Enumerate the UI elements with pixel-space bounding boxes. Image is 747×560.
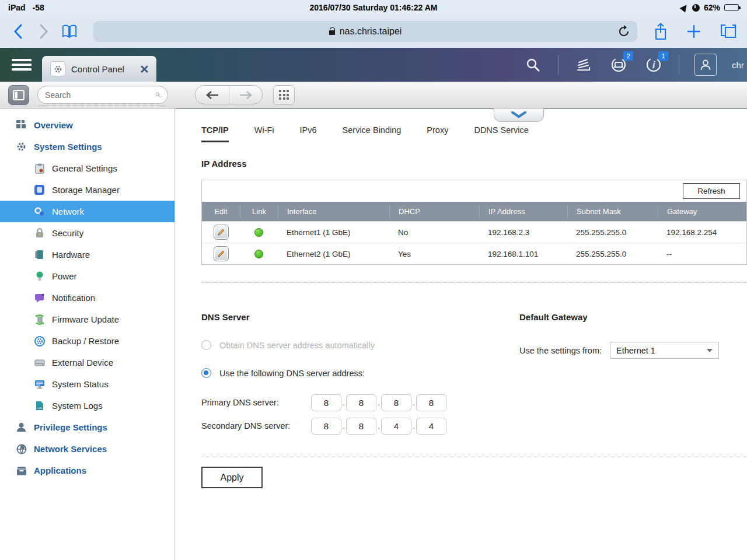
- cell-gateway: --: [658, 250, 746, 258]
- notifications-badge: 2: [623, 51, 633, 61]
- alarm-icon: [692, 4, 700, 12]
- section-divider: [201, 282, 747, 283]
- gateway-source-label: Use the settings from:: [519, 346, 602, 355]
- tab-ddns-service[interactable]: DDNS Service: [474, 122, 528, 142]
- primary-dns-octet-2[interactable]: [346, 394, 376, 411]
- browser-back-button[interactable]: [11, 24, 26, 39]
- battery-icon: [724, 4, 739, 11]
- hardware-icon: [34, 249, 45, 260]
- sidebar-item-applications[interactable]: Applications: [0, 460, 174, 481]
- background-tasks-icon[interactable]: [574, 55, 594, 75]
- sidebar-item-security[interactable]: Security: [0, 222, 174, 244]
- primary-dns-octet-4[interactable]: [416, 394, 446, 411]
- sidebar-item-network-services[interactable]: Network Services: [0, 438, 174, 460]
- secondary-dns-octet-4[interactable]: [416, 418, 446, 435]
- sidebar-item-system-settings[interactable]: System Settings: [0, 136, 174, 158]
- main-menu-icon[interactable]: [12, 57, 32, 73]
- user-avatar[interactable]: [694, 54, 717, 76]
- url-bar[interactable]: nas.chris.taipei: [93, 21, 637, 42]
- close-tab-icon[interactable]: [141, 65, 148, 73]
- sidebar-item-storage-manager[interactable]: Storage Manager: [0, 179, 174, 201]
- cell-dhcp: Yes: [389, 250, 479, 258]
- column-header-edit: Edit: [202, 205, 240, 218]
- dns-auto-option[interactable]: Obtain DNS server address automatically: [201, 340, 519, 350]
- table-row: Ethernet1 (1 GbE) No 192.168.2.3 255.255…: [202, 221, 746, 243]
- url-text: nas.chris.taipei: [340, 26, 402, 37]
- search-input[interactable]: [45, 90, 151, 100]
- secondary-dns-row: Secondary DNS server: . . .: [201, 414, 519, 438]
- refresh-button[interactable]: Refresh: [683, 183, 740, 199]
- nav-back-button[interactable]: [196, 86, 229, 104]
- app-grid-button[interactable]: [273, 85, 295, 105]
- info-badge: 1: [658, 51, 668, 61]
- tab-wifi[interactable]: Wi-Fi: [254, 122, 274, 142]
- secondary-dns-octet-1[interactable]: [311, 418, 341, 435]
- browser-forward-button[interactable]: [36, 24, 51, 39]
- sidebar-item-general-settings[interactable]: General Settings: [0, 158, 174, 179]
- primary-dns-octet-1[interactable]: [311, 394, 341, 411]
- sidebar-item-privilege-settings[interactable]: Privilege Settings: [0, 416, 174, 438]
- tab-service-binding[interactable]: Service Binding: [343, 122, 402, 142]
- sidebar-item-backup-restore[interactable]: Backup / Restore: [0, 330, 174, 352]
- sidebar-item-overview[interactable]: Overview: [0, 114, 174, 136]
- cell-mask: 255.255.255.0: [567, 228, 658, 237]
- column-header-mask: Subnet Mask: [567, 205, 658, 218]
- tab-ipv6[interactable]: IPv6: [300, 122, 317, 142]
- notifications-icon[interactable]: 2: [609, 55, 629, 75]
- sidebar-item-label: Firmware Update: [52, 314, 119, 324]
- dns-manual-label: Use the following DNS server address:: [219, 369, 365, 378]
- pencil-icon: [217, 228, 225, 236]
- link-status-led: [254, 228, 263, 237]
- global-search-icon[interactable]: [523, 55, 543, 75]
- cell-mask: 255.255.255.0: [567, 250, 658, 258]
- primary-dns-octet-3[interactable]: [381, 394, 411, 411]
- app-header: Control Panel 2 i 1 chr: [0, 48, 747, 82]
- chevron-down-icon: [511, 111, 526, 118]
- tabs-icon[interactable]: [720, 23, 736, 40]
- firmware-update-icon: [34, 314, 45, 325]
- radio-unselected[interactable]: [201, 340, 211, 350]
- sidebar-item-label: Network: [52, 206, 84, 216]
- section-divider: [201, 457, 747, 457]
- tab-tcpip[interactable]: TCP/IP: [201, 122, 229, 142]
- sidebar-item-label: Power: [52, 271, 77, 281]
- new-tab-icon[interactable]: [686, 24, 701, 39]
- battery-percent: 62%: [704, 3, 720, 12]
- sidebar-item-system-logs[interactable]: LOG System Logs: [0, 395, 174, 416]
- edit-button[interactable]: [214, 246, 229, 261]
- edit-button[interactable]: [214, 225, 229, 240]
- sidebar-item-external-device[interactable]: External Device: [0, 352, 174, 373]
- nav-forward-button[interactable]: [229, 86, 262, 104]
- sidebar-item-network[interactable]: Network: [0, 201, 174, 222]
- sidebar-item-label: Notification: [52, 293, 95, 303]
- dns-manual-option[interactable]: Use the following DNS server address:: [201, 368, 519, 378]
- sidebar-toggle-button[interactable]: [8, 85, 29, 105]
- info-icon[interactable]: i 1: [644, 55, 664, 75]
- secondary-dns-octet-2[interactable]: [346, 418, 376, 435]
- gateway-interface-select[interactable]: Ethernet 1: [610, 342, 719, 359]
- tab-proxy[interactable]: Proxy: [427, 122, 448, 142]
- secondary-dns-octet-3[interactable]: [381, 418, 411, 435]
- network-tabs: TCP/IP Wi-Fi IPv6 Service Binding Proxy …: [201, 122, 747, 142]
- collapse-panel-tab[interactable]: [494, 108, 544, 122]
- reload-icon[interactable]: [617, 25, 630, 38]
- history-nav: [195, 85, 263, 104]
- sidebar-item-label: Hardware: [52, 250, 90, 260]
- main-content: TCP/IP Wi-Fi IPv6 Service Binding Proxy …: [175, 108, 747, 560]
- sidebar-item-system-status[interactable]: System Status: [0, 373, 174, 395]
- radio-selected[interactable]: [201, 368, 211, 378]
- dropdown-caret-icon: [707, 349, 713, 352]
- cell-interface: Ethernet2 (1 GbE): [278, 250, 389, 258]
- link-status-led: [254, 250, 263, 258]
- statusbar-clock: 2016/07/30 Saturday 01:46:22 AM: [0, 3, 747, 12]
- sidebar-item-hardware[interactable]: Hardware: [0, 244, 174, 265]
- sidebar-item-power[interactable]: Power: [0, 265, 174, 287]
- apply-button[interactable]: Apply: [201, 467, 263, 488]
- share-icon[interactable]: [654, 23, 668, 40]
- sidebar-item-notification[interactable]: Notification: [0, 287, 174, 309]
- control-panel-tab[interactable]: Control Panel: [42, 56, 156, 82]
- sidebar-item-firmware-update[interactable]: Firmware Update: [0, 309, 174, 330]
- search-icon: [155, 90, 160, 100]
- bookmarks-icon[interactable]: [62, 24, 77, 39]
- toolbar-search[interactable]: [37, 86, 168, 104]
